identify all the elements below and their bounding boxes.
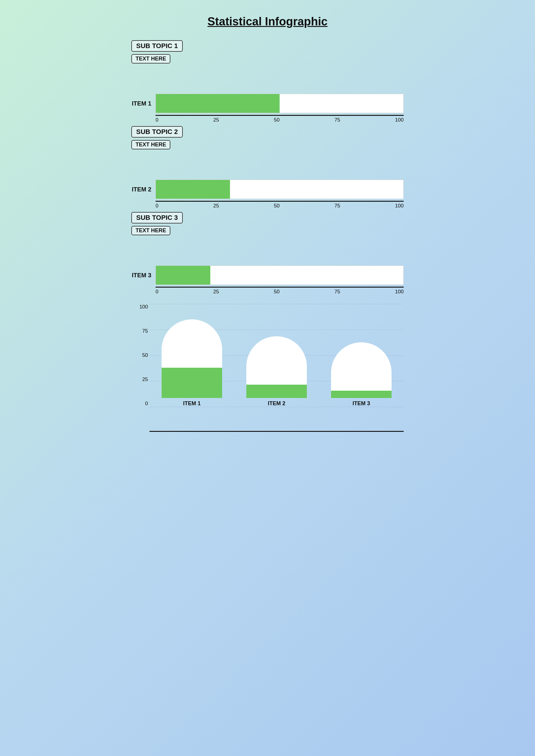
y-label-50: 50 bbox=[131, 352, 148, 358]
axis-line-1 bbox=[155, 115, 404, 116]
chart-col-item2: ITEM 2 bbox=[243, 336, 310, 407]
bar-track-2 bbox=[155, 180, 404, 199]
bar-chart-1: ITEM 1 0 25 50 75 100 bbox=[131, 94, 404, 123]
chart-col-item1: ITEM 1 bbox=[158, 319, 225, 407]
bar-item-label-3: ITEM 3 bbox=[131, 272, 155, 279]
axis-label-2-75: 75 bbox=[334, 203, 340, 209]
bar-item-label-2: ITEM 2 bbox=[131, 186, 155, 193]
bar-track-1 bbox=[155, 94, 404, 113]
x-label-item3: ITEM 3 bbox=[352, 400, 370, 407]
chart-col-item3: ITEM 3 bbox=[328, 342, 395, 407]
axis-row-2: 0 25 50 75 100 bbox=[131, 201, 404, 209]
y-label-75: 75 bbox=[131, 328, 148, 334]
sub-topic-3-label: SUB TOPIC 3 bbox=[131, 212, 183, 224]
axis-line-3 bbox=[155, 287, 404, 287]
axis-labels-3: 0 25 50 75 100 bbox=[155, 289, 404, 295]
y-label-25: 25 bbox=[131, 376, 148, 383]
section-2: SUB TOPIC 2 TEXT HERE ITEM 2 0 25 50 75 bbox=[131, 126, 404, 209]
axis-line-area-2: 0 25 50 75 100 bbox=[155, 201, 404, 209]
axis-label-2-0: 0 bbox=[155, 203, 158, 209]
axis-label-1-25: 25 bbox=[213, 117, 219, 123]
bar-item-label-1: ITEM 1 bbox=[131, 100, 155, 107]
axis-label-2-100: 100 bbox=[395, 203, 404, 209]
text-here-3-label: TEXT HERE bbox=[131, 226, 170, 235]
text-here-1-label: TEXT HERE bbox=[131, 54, 170, 64]
axis-label-1-0: 0 bbox=[155, 117, 158, 123]
green-bar-item1 bbox=[162, 368, 222, 398]
y-label-100: 100 bbox=[131, 304, 148, 310]
text-here-2-label: TEXT HERE bbox=[131, 140, 170, 149]
grid-line-0 bbox=[150, 407, 404, 407]
axis-label-2-50: 50 bbox=[274, 203, 280, 209]
axis-label-1-100: 100 bbox=[395, 117, 404, 123]
dome-bar-item3 bbox=[331, 342, 392, 398]
x-label-item2: ITEM 2 bbox=[268, 400, 285, 407]
axis-line-area-3: 0 25 50 75 100 bbox=[155, 287, 404, 295]
dome-bar-item2 bbox=[246, 336, 307, 398]
axis-label-3-50: 50 bbox=[274, 289, 280, 295]
dome-item1 bbox=[162, 319, 222, 368]
green-bar-item2 bbox=[246, 385, 307, 398]
bar-chart-3: ITEM 3 0 25 50 75 100 bbox=[131, 265, 404, 295]
y-axis-labels: 0 25 50 75 100 bbox=[131, 304, 148, 407]
axis-row-3: 0 25 50 75 100 bbox=[131, 287, 404, 295]
x-axis-base bbox=[150, 431, 404, 432]
bar-fill-3 bbox=[156, 266, 210, 284]
bar-fill-1 bbox=[156, 94, 280, 113]
axis-label-3-100: 100 bbox=[395, 289, 404, 295]
axis-labels-2: 0 25 50 75 100 bbox=[155, 203, 404, 209]
bar-track-3 bbox=[155, 265, 404, 285]
bar-row-1: ITEM 1 bbox=[131, 94, 404, 113]
y-label-0: 0 bbox=[131, 401, 148, 407]
axis-labels-1: 0 25 50 75 100 bbox=[155, 117, 404, 123]
items-row: ITEM 1 ITEM 2 bbox=[150, 304, 404, 407]
axis-label-1-50: 50 bbox=[274, 117, 280, 123]
bar-chart-2: ITEM 2 0 25 50 75 100 bbox=[131, 180, 404, 209]
axis-line-area-1: 0 25 50 75 100 bbox=[155, 115, 404, 123]
axis-label-3-75: 75 bbox=[334, 289, 340, 295]
main-title: Statistical Infographic bbox=[131, 9, 404, 28]
axis-label-1-75: 75 bbox=[334, 117, 340, 123]
axis-row-1: 0 25 50 75 100 bbox=[131, 115, 404, 123]
x-label-item1: ITEM 1 bbox=[183, 400, 201, 407]
bar-fill-2 bbox=[156, 180, 230, 199]
axis-line-2 bbox=[155, 201, 404, 202]
chart-plot-area: ITEM 1 ITEM 2 bbox=[150, 304, 404, 407]
axis-label-2-25: 25 bbox=[213, 203, 219, 209]
sub-topic-2-label: SUB TOPIC 2 bbox=[131, 126, 183, 138]
bottom-chart-area: 0 25 50 75 100 bbox=[131, 304, 404, 432]
axis-label-3-0: 0 bbox=[155, 289, 158, 295]
sub-topic-1-label: SUB TOPIC 1 bbox=[131, 40, 183, 52]
dome-bar-item1 bbox=[162, 319, 222, 398]
page-container: Statistical Infographic SUB TOPIC 1 TEXT… bbox=[125, 0, 410, 450]
dome-item3 bbox=[331, 342, 392, 391]
axis-label-3-25: 25 bbox=[213, 289, 219, 295]
grouped-chart-inner: 0 25 50 75 100 bbox=[131, 304, 404, 431]
section-1: SUB TOPIC 1 TEXT HERE ITEM 1 0 25 50 75 bbox=[131, 40, 404, 123]
green-bar-item3 bbox=[331, 391, 392, 398]
bar-row-3: ITEM 3 bbox=[131, 265, 404, 285]
dome-item2 bbox=[246, 336, 307, 385]
section-3: SUB TOPIC 3 TEXT HERE ITEM 3 0 25 50 75 bbox=[131, 212, 404, 295]
bar-row-2: ITEM 2 bbox=[131, 180, 404, 199]
